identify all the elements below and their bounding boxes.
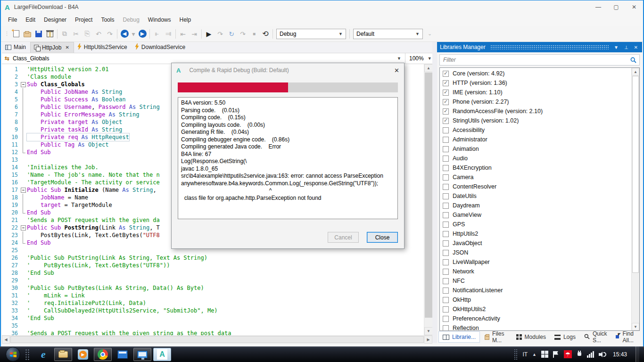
editor-zoom-combobox[interactable]: 100% ▼ xyxy=(405,53,432,64)
filter-input[interactable] xyxy=(440,57,630,63)
scroll-up-icon[interactable]: ▲ xyxy=(424,64,432,72)
comment-icon[interactable]: ⇤ xyxy=(177,28,189,40)
dialog-close-icon[interactable]: ✕ xyxy=(394,67,399,74)
open-project-icon[interactable] xyxy=(22,28,33,40)
show-desktop-button[interactable] xyxy=(636,346,639,362)
language-indicator[interactable]: IT xyxy=(522,351,528,358)
menu-item-file[interactable]: File xyxy=(4,14,21,25)
checkbox-unchecked[interactable] xyxy=(443,269,449,275)
navigate-forward-icon[interactable]: ▶ xyxy=(137,28,148,40)
undo-icon[interactable]: ↶ xyxy=(93,28,104,40)
outdent-icon[interactable]: ⫥ xyxy=(163,28,174,40)
checkbox-unchecked[interactable] xyxy=(443,212,449,218)
scrollbar-thumb[interactable] xyxy=(425,73,432,318)
library-item[interactable]: B4XEncryption xyxy=(440,163,631,173)
menu-item-edit[interactable]: Edit xyxy=(21,14,40,25)
library-item[interactable]: PreferenceActivity xyxy=(440,314,631,323)
checkbox-unchecked[interactable] xyxy=(443,278,449,284)
tab-main[interactable]: Main xyxy=(2,42,30,53)
library-item[interactable]: IME (version: 1.10) xyxy=(440,88,631,97)
scroll-down-icon[interactable]: ▼ xyxy=(424,327,432,335)
library-item[interactable]: OkHttp xyxy=(440,295,631,304)
checkbox-checked[interactable] xyxy=(443,99,449,105)
checkbox-unchecked[interactable] xyxy=(443,193,449,199)
app-window-icon[interactable] xyxy=(114,348,132,361)
checkbox-checked[interactable] xyxy=(443,108,449,115)
library-item[interactable]: Audio xyxy=(440,154,631,163)
library-item[interactable]: Reflection xyxy=(440,323,631,331)
save-icon[interactable] xyxy=(33,28,44,40)
libraries-panel-header[interactable]: Libraries Manager ▼ ⊥ ✕ xyxy=(437,42,642,52)
dialog-title-bar[interactable]: A Compile & Rapid Debug (Build: Default)… xyxy=(172,63,404,77)
scrollbar-thumb[interactable] xyxy=(10,336,424,343)
editor-horizontal-scrollbar[interactable]: ◀ ▶ xyxy=(2,335,432,343)
library-item[interactable]: GPS xyxy=(440,220,631,229)
checkbox-unchecked[interactable] xyxy=(443,222,449,228)
library-item[interactable]: GameView xyxy=(440,210,631,220)
start-button[interactable] xyxy=(6,347,20,362)
tab-httpjob[interactable]: HttpJob✕ xyxy=(30,42,74,53)
checkbox-unchecked[interactable] xyxy=(443,250,449,256)
checkbox-unchecked[interactable] xyxy=(443,325,449,331)
menu-item-windows[interactable]: Windows xyxy=(144,14,175,25)
cut-icon[interactable]: ✂ xyxy=(70,28,82,40)
chevron-down-icon[interactable]: ▼ xyxy=(612,45,620,50)
checkbox-unchecked[interactable] xyxy=(443,165,449,171)
checkbox-unchecked[interactable] xyxy=(443,156,449,162)
fold-collapse-icon[interactable] xyxy=(21,186,27,194)
build-mode-combobox[interactable]: Debug ▼ xyxy=(276,29,346,39)
close-panel-icon[interactable]: ✕ xyxy=(633,45,639,50)
copy-icon[interactable]: ⧉ xyxy=(59,28,70,40)
checkbox-unchecked[interactable] xyxy=(443,306,449,313)
cancel-button[interactable]: Cancel xyxy=(328,232,359,243)
build-profile-combobox[interactable]: Default ▼ xyxy=(353,29,423,39)
step-into-icon[interactable]: ↻ xyxy=(226,28,237,40)
checkbox-unchecked[interactable] xyxy=(443,259,449,265)
action-center-flag-icon[interactable] xyxy=(553,351,559,358)
library-item[interactable]: DateUtils xyxy=(440,191,631,201)
library-item[interactable]: Animation xyxy=(440,144,631,154)
checkbox-unchecked[interactable] xyxy=(443,316,449,322)
tool-tab-librarie[interactable]: Librarie... xyxy=(438,331,480,343)
close-button[interactable]: Close xyxy=(367,232,398,243)
media-player-icon[interactable]: ▶ xyxy=(74,348,92,361)
tool-tab-findall[interactable]: Find All... xyxy=(612,329,642,346)
library-item[interactable]: ContentResolver xyxy=(440,182,631,191)
menu-item-project[interactable]: Project xyxy=(71,14,97,25)
scrollbar-thumb[interactable] xyxy=(632,76,639,273)
library-item[interactable]: StringUtils (version: 1.02) xyxy=(440,116,631,125)
library-item[interactable]: LiveWallpaper xyxy=(440,257,631,267)
checkbox-checked[interactable] xyxy=(443,80,449,86)
remote-viewer-icon[interactable] xyxy=(133,348,151,361)
library-item[interactable]: Network xyxy=(440,267,631,276)
editor-vertical-scrollbar[interactable]: ▲ ▼ xyxy=(424,64,432,335)
library-item[interactable]: Camera xyxy=(440,173,631,182)
checkbox-checked[interactable] xyxy=(443,90,449,96)
library-item[interactable]: HttpUtils2 xyxy=(440,229,631,239)
file-explorer-icon[interactable] xyxy=(54,348,72,361)
checkbox-unchecked[interactable] xyxy=(443,231,449,237)
paste-icon[interactable]: ⎘ xyxy=(82,28,93,40)
checkbox-checked[interactable] xyxy=(443,118,449,124)
tool-tab-filesm[interactable]: Files M... xyxy=(481,329,512,346)
checkbox-unchecked[interactable] xyxy=(443,203,449,209)
sub-navigator-combobox[interactable]: ⇆ Class_Globals ▼ xyxy=(2,53,405,64)
library-item[interactable]: NFC xyxy=(440,276,631,286)
checkbox-unchecked[interactable] xyxy=(443,137,449,143)
checkbox-unchecked[interactable] xyxy=(443,174,449,181)
tab-downloadservice[interactable]: DownloadService xyxy=(132,42,190,53)
library-item[interactable]: Administrator xyxy=(440,135,631,144)
library-item[interactable]: Daydream xyxy=(440,201,631,210)
close-button[interactable]: ✕ xyxy=(625,1,643,13)
toolbar-overflow-icon[interactable]: ⌄ xyxy=(428,31,431,37)
checkbox-unchecked[interactable] xyxy=(443,288,449,294)
checkbox-checked[interactable] xyxy=(443,71,449,77)
library-item[interactable]: JSON xyxy=(440,248,631,257)
pane-splitter[interactable] xyxy=(432,42,437,343)
checkbox-unchecked[interactable] xyxy=(443,297,449,303)
uncomment-icon[interactable]: ⇥ xyxy=(189,28,200,40)
power-plug-icon[interactable] xyxy=(577,351,582,358)
scroll-right-icon[interactable]: ▶ xyxy=(424,336,432,344)
maximize-button[interactable]: ▢ xyxy=(607,1,625,13)
tool-tab-quicks[interactable]: Quick S... xyxy=(580,329,611,346)
